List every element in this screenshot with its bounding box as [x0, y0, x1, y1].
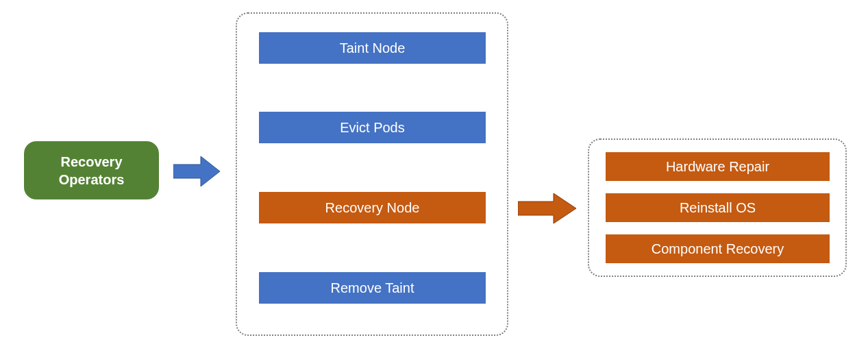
detail-component-recovery: Component Recovery [606, 234, 830, 263]
step-label: Recovery Node [325, 200, 420, 216]
recovery-operators-box: Recovery Operators [24, 141, 159, 199]
arrow-blue-icon [173, 155, 221, 188]
step-label: Remove Taint [331, 280, 414, 296]
svg-marker-0 [173, 156, 220, 186]
detail-label: Reinstall OS [680, 200, 756, 216]
detail-label: Hardware Repair [666, 159, 769, 175]
detail-label: Component Recovery [652, 241, 784, 257]
detail-hardware-repair: Hardware Repair [606, 152, 830, 181]
step-taint-node: Taint Node [259, 32, 486, 64]
step-label: Evict Pods [340, 120, 404, 136]
detail-reinstall-os: Reinstall OS [606, 193, 830, 222]
recovery-operators-label: Recovery Operators [59, 153, 125, 188]
step-recovery-node: Recovery Node [259, 192, 486, 223]
svg-marker-1 [518, 193, 576, 223]
step-remove-taint: Remove Taint [259, 272, 486, 304]
arrow-orange-icon [518, 192, 578, 225]
step-evict-pods: Evict Pods [259, 112, 486, 143]
step-label: Taint Node [340, 40, 406, 56]
